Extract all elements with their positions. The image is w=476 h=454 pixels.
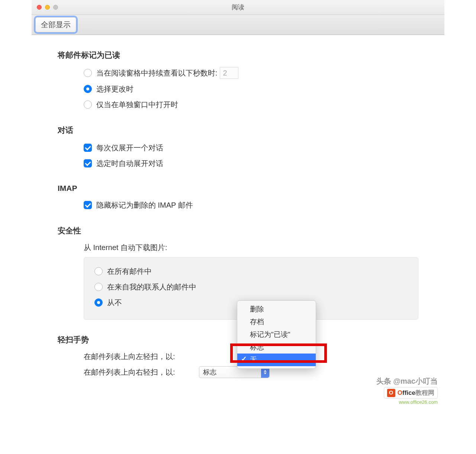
checkbox-icon[interactable] bbox=[84, 144, 92, 152]
dropdown-item-flag[interactable]: 标志 bbox=[237, 341, 316, 354]
radio-icon[interactable] bbox=[84, 85, 92, 93]
auto-download-label: 从 Internet 自动下载图片: bbox=[84, 243, 418, 253]
radio-row-contacts[interactable]: 在来自我的联系人的邮件中 bbox=[94, 281, 408, 292]
radio-icon[interactable] bbox=[84, 100, 92, 109]
dropdown-item-none[interactable]: 无 bbox=[237, 354, 316, 366]
checkbox-row-auto-expand[interactable]: 选定时自动展开对话 bbox=[84, 158, 418, 169]
section-title: 将邮件标记为已读 bbox=[58, 50, 418, 60]
radio-label: 在来自我的联系人的邮件中 bbox=[107, 282, 196, 292]
close-button[interactable] bbox=[37, 5, 42, 10]
radio-label: 当在阅读窗格中持续查看以下秒数时: bbox=[96, 68, 218, 78]
section-imap: IMAP 隐藏标记为删除的 IMAP 邮件 bbox=[58, 184, 418, 211]
seconds-input[interactable] bbox=[220, 67, 238, 79]
window-title: 阅读 bbox=[232, 3, 244, 12]
radio-row-separate-window[interactable]: 仅当在单独窗口中打开时 bbox=[84, 99, 418, 110]
radio-icon[interactable] bbox=[84, 69, 92, 77]
checkbox-label: 每次仅展开一个对话 bbox=[96, 143, 163, 153]
radio-row-on-change[interactable]: 选择更改时 bbox=[84, 83, 418, 95]
radio-icon[interactable] bbox=[94, 267, 103, 275]
radio-label: 仅当在单独窗口中打开时 bbox=[96, 100, 178, 110]
traffic-lights bbox=[32, 5, 58, 10]
section-swipe: 轻扫手势 在邮件列表上向左轻扫，以: 删除 存档 标记为"已读" 标志 无 在邮… bbox=[58, 335, 418, 378]
dropdown-item-mark-read[interactable]: 标记为"已读" bbox=[237, 328, 316, 341]
swipe-left-label: 在邮件列表上向左轻扫，以: bbox=[84, 352, 199, 362]
section-title: 安全性 bbox=[58, 226, 418, 236]
radio-label: 选择更改时 bbox=[96, 84, 134, 94]
checkbox-row-hide-deleted[interactable]: 隐藏标记为删除的 IMAP 邮件 bbox=[84, 199, 418, 211]
watermark: 头条 @mac小叮当 Office教程网 www.office26.com bbox=[376, 376, 438, 405]
content: 将邮件标记为已读 当在阅读窗格中持续查看以下秒数时: 选择更改时 仅当在单独窗口… bbox=[32, 35, 444, 415]
office-logo-icon bbox=[387, 389, 395, 397]
zoom-button bbox=[53, 5, 58, 10]
radio-row-all-mail[interactable]: 在所有邮件中 bbox=[94, 266, 408, 277]
show-all-button[interactable]: 全部显示 bbox=[35, 17, 76, 32]
checkbox-label: 选定时自动展开对话 bbox=[96, 159, 163, 169]
radio-label: 从不 bbox=[107, 298, 122, 308]
checkbox-row-expand-one[interactable]: 每次仅展开一个对话 bbox=[84, 142, 418, 153]
radio-label: 在所有邮件中 bbox=[107, 266, 152, 276]
swipe-left-row: 在邮件列表上向左轻扫，以: 删除 存档 标记为"已读" 标志 无 bbox=[84, 352, 418, 362]
swipe-left-dropdown: 删除 存档 标记为"已读" 标志 无 bbox=[237, 300, 316, 369]
radio-icon[interactable] bbox=[94, 283, 103, 291]
section-conversation: 对话 每次仅展开一个对话 选定时自动展开对话 bbox=[58, 125, 418, 169]
section-title: 对话 bbox=[58, 125, 418, 135]
section-mark-read: 将邮件标记为已读 当在阅读窗格中持续查看以下秒数时: 选择更改时 仅当在单独窗口… bbox=[58, 50, 418, 110]
office-brand: Office教程网 bbox=[398, 389, 434, 397]
checkbox-icon[interactable] bbox=[84, 201, 92, 209]
dropdown-item-archive[interactable]: 存档 bbox=[237, 316, 316, 328]
section-title: IMAP bbox=[58, 184, 418, 193]
watermark-author: 头条 @mac小叮当 bbox=[376, 376, 438, 386]
swipe-right-label: 在邮件列表上向右轻扫，以: bbox=[84, 367, 199, 377]
radio-row-seconds[interactable]: 当在阅读窗格中持续查看以下秒数时: bbox=[84, 67, 418, 79]
titlebar: 阅读 bbox=[32, 0, 444, 15]
dropdown-item-delete[interactable]: 删除 bbox=[237, 303, 316, 316]
radio-icon[interactable] bbox=[94, 298, 103, 307]
checkbox-icon[interactable] bbox=[84, 159, 92, 167]
office-badge: Office教程网 bbox=[384, 387, 438, 399]
select-value: 标志 bbox=[203, 368, 216, 377]
office-url: www.office26.com bbox=[399, 399, 438, 405]
checkbox-label: 隐藏标记为删除的 IMAP 邮件 bbox=[96, 200, 193, 210]
minimize-button[interactable] bbox=[45, 5, 50, 10]
toolbar: 全部显示 bbox=[32, 15, 444, 35]
